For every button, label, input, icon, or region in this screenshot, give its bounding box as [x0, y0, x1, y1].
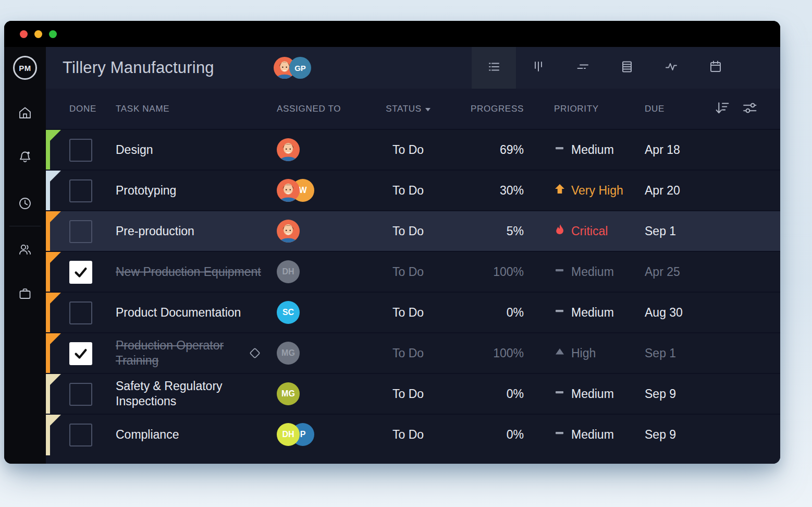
due-date[interactable]: Sep 1 — [645, 224, 703, 238]
due-date[interactable]: Sep 9 — [645, 428, 703, 442]
column-header-due[interactable]: DUE — [645, 104, 703, 114]
table-header-tools — [714, 100, 758, 118]
done-checkbox[interactable] — [69, 301, 92, 324]
progress-value[interactable]: 30% — [442, 184, 524, 198]
filter-sliders-icon[interactable] — [742, 100, 758, 118]
column-header-done[interactable]: DONE — [69, 104, 92, 114]
status-value[interactable]: To Do — [366, 224, 450, 238]
column-header-status[interactable]: STATUS — [366, 104, 450, 114]
task-row[interactable]: Production Operator TrainingMGTo Do100%H… — [46, 332, 780, 373]
minimize-window-button[interactable] — [34, 30, 42, 38]
view-tab-kanban[interactable] — [516, 47, 560, 89]
sidebar-item-home[interactable] — [18, 105, 32, 120]
done-checkbox[interactable] — [69, 383, 92, 406]
activity-view-icon — [664, 59, 679, 76]
initials-avatar: DH — [277, 423, 300, 446]
sidebar-item-team[interactable] — [18, 242, 32, 257]
done-checkbox[interactable] — [69, 342, 92, 365]
progress-value[interactable]: 69% — [442, 143, 524, 157]
task-row[interactable]: New Production EquipmentDHTo Do100%Mediu… — [46, 251, 780, 292]
task-name[interactable]: Product Documentation — [116, 305, 264, 320]
column-header-assigned-to[interactable]: ASSIGNED TO — [277, 104, 355, 114]
avatar-initials: W — [299, 186, 306, 195]
sidebar-item-history[interactable] — [18, 196, 32, 211]
task-row[interactable]: DesignTo Do69%MediumApr 18 — [46, 129, 780, 170]
task-name[interactable]: Production Operator Training — [116, 338, 264, 368]
flame-icon — [554, 224, 565, 238]
task-name[interactable]: Safety & Regulatory Inspections — [116, 379, 264, 409]
status-value[interactable]: To Do — [366, 265, 450, 279]
due-date[interactable]: Aug 30 — [645, 306, 703, 320]
view-tab-activity[interactable] — [649, 47, 693, 89]
sidebar-item-notifications[interactable] — [18, 150, 32, 164]
done-checkbox[interactable] — [69, 424, 92, 446]
view-tab-sheet[interactable] — [605, 47, 649, 89]
gantt-view-icon — [575, 59, 590, 76]
task-row[interactable]: Product DocumentationSCTo Do0%MediumAug … — [46, 292, 780, 332]
task-row[interactable]: PrototypingWTo Do30%Very HighApr 20 — [46, 170, 780, 210]
due-date[interactable]: Sep 9 — [645, 387, 703, 401]
initials-avatar: MG — [277, 382, 300, 405]
progress-value[interactable]: 5% — [442, 224, 524, 238]
view-tab-calendar[interactable] — [693, 47, 737, 89]
users-icon — [18, 242, 32, 257]
priority-value[interactable]: Medium — [554, 264, 643, 279]
due-date[interactable]: Apr 18 — [645, 143, 703, 157]
assigned-avatars[interactable]: MG — [277, 342, 355, 365]
task-name[interactable]: Prototyping — [116, 183, 264, 198]
done-checkbox[interactable] — [69, 220, 92, 243]
due-date[interactable]: Sep 1 — [645, 346, 703, 360]
priority-value[interactable]: Medium — [554, 387, 643, 401]
task-name[interactable]: Design — [116, 142, 264, 158]
column-header-progress[interactable]: PROGRESS — [442, 104, 524, 114]
status-value[interactable]: To Do — [366, 184, 450, 198]
assigned-avatars[interactable]: W — [277, 179, 355, 202]
sidebar-item-portfolio[interactable] — [18, 286, 32, 301]
due-date[interactable]: Apr 20 — [645, 184, 703, 198]
view-tab-list[interactable] — [472, 47, 516, 89]
task-name[interactable]: New Production Equipment — [116, 264, 264, 280]
progress-value[interactable]: 0% — [442, 306, 524, 320]
done-checkbox[interactable] — [69, 261, 92, 284]
zoom-window-button[interactable] — [49, 30, 57, 38]
progress-value[interactable]: 100% — [442, 346, 524, 360]
status-value[interactable]: To Do — [366, 143, 450, 157]
due-date[interactable]: Apr 25 — [645, 265, 703, 279]
status-value[interactable]: To Do — [366, 428, 450, 442]
task-row[interactable]: Pre-productionTo Do5%CriticalSep 1 — [46, 210, 780, 251]
priority-value[interactable]: Very High — [554, 183, 643, 198]
avatar-initials: MG — [281, 389, 295, 399]
column-header-assigned-to-label: ASSIGNED TO — [277, 104, 341, 114]
close-window-button[interactable] — [20, 30, 28, 38]
progress-value[interactable]: 0% — [442, 428, 524, 442]
status-value[interactable]: To Do — [366, 306, 450, 320]
task-name[interactable]: Compliance — [116, 427, 264, 442]
done-checkbox[interactable] — [69, 139, 92, 162]
priority-value[interactable]: Medium — [554, 305, 643, 320]
status-value[interactable]: To Do — [366, 346, 450, 360]
dash-icon — [554, 427, 565, 442]
task-row[interactable]: ComplianceDHPTo Do0%MediumSep 9 — [46, 414, 780, 454]
initials-avatar: MG — [277, 342, 300, 365]
assigned-avatars[interactable]: DHP — [277, 423, 355, 446]
column-header-priority[interactable]: PRIORITY — [554, 104, 643, 114]
task-row[interactable]: Safety & Regulatory InspectionsMGTo Do0%… — [46, 373, 780, 414]
assigned-avatars[interactable]: DH — [277, 260, 355, 283]
progress-value[interactable]: 0% — [442, 387, 524, 401]
assigned-avatars[interactable] — [277, 220, 355, 243]
priority-value[interactable]: Medium — [554, 142, 643, 157]
progress-value[interactable]: 100% — [442, 265, 524, 279]
priority-very-high: Very High — [554, 183, 643, 198]
priority-value[interactable]: Medium — [554, 427, 643, 442]
status-value[interactable]: To Do — [366, 387, 450, 401]
done-checkbox[interactable] — [69, 179, 92, 202]
assigned-avatars[interactable]: MG — [277, 382, 355, 405]
assigned-avatars[interactable]: SC — [277, 301, 355, 324]
priority-value[interactable]: Critical — [554, 224, 643, 238]
view-tab-gantt[interactable] — [560, 47, 605, 89]
task-name[interactable]: Pre-production — [116, 224, 264, 239]
column-header-task-name[interactable]: TASK NAME — [116, 104, 264, 114]
assigned-avatars[interactable] — [277, 138, 355, 161]
sort-descending-icon[interactable] — [714, 100, 730, 118]
priority-value[interactable]: High — [554, 346, 643, 360]
